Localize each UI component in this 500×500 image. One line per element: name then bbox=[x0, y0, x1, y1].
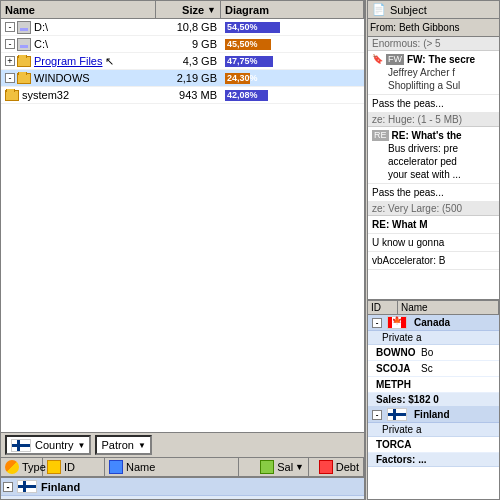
expand-button[interactable]: - bbox=[5, 73, 15, 83]
expand-button[interactable]: - bbox=[372, 318, 382, 328]
bar-chart: 45,50% bbox=[225, 39, 271, 50]
tree-row-diagram: 24,30% bbox=[221, 71, 364, 86]
file-tree-header: Name Size ▼ Diagram bbox=[1, 1, 364, 19]
rbp-name-header: Name bbox=[398, 301, 499, 314]
rbp-summary-row: Factors: ... bbox=[368, 453, 499, 467]
tree-row[interactable]: - C:\ 9 GB 45,50% bbox=[1, 36, 364, 53]
header-diagram[interactable]: Diagram bbox=[221, 1, 364, 18]
rbp-subgroup: Private a bbox=[368, 331, 499, 345]
rbp-data-row[interactable]: TORCA bbox=[368, 437, 499, 453]
bar-chart: 24,30% bbox=[225, 73, 250, 84]
rbp-data-row[interactable]: SCOJA Sc bbox=[368, 361, 499, 377]
debt-col-icon bbox=[319, 460, 333, 474]
col-header-id[interactable]: ID bbox=[43, 458, 105, 476]
email-pass-peas[interactable]: Pass the peas... bbox=[368, 95, 499, 113]
tree-row[interactable]: - WINDOWS 2,19 GB 24,30% bbox=[1, 70, 364, 87]
rbp-country-group-finland[interactable]: - Finland bbox=[368, 407, 499, 423]
email-item-re2[interactable]: RE: What M bbox=[368, 216, 499, 234]
expand-button[interactable]: - bbox=[5, 22, 15, 32]
col-header-type[interactable]: Type bbox=[1, 458, 43, 476]
toolbar: Country ▼ Patron ▼ bbox=[1, 432, 364, 458]
col-header-sal[interactable]: Sal ▼ bbox=[239, 458, 309, 476]
finland-flag bbox=[17, 480, 37, 493]
name-col-icon bbox=[109, 460, 123, 474]
sal-col-icon bbox=[260, 460, 274, 474]
email-detail-2: Shoplifting a Sul bbox=[372, 79, 495, 92]
left-panel: Name Size ▼ Diagram - D:\ 10,8 GB 54,50% bbox=[0, 0, 365, 500]
email-pass-peas-2[interactable]: Pass the peas... bbox=[368, 184, 499, 202]
col-header-name[interactable]: Name bbox=[105, 458, 239, 476]
id-col-icon bbox=[47, 460, 61, 474]
drive-icon bbox=[17, 38, 31, 51]
tree-row-diagram: 45,50% bbox=[221, 37, 364, 52]
data-area: - Finland - Patron: False CASED Cas Educ… bbox=[1, 478, 364, 500]
rbp-data-row[interactable]: METPH bbox=[368, 377, 499, 393]
right-panel-header: 📄 Subject bbox=[368, 1, 499, 19]
re2-subject: RE: What M bbox=[372, 218, 495, 231]
col-header-debt[interactable]: Debt bbox=[309, 458, 364, 476]
tree-row-name: - C:\ bbox=[1, 38, 156, 51]
expand-button[interactable]: + bbox=[5, 56, 15, 66]
canada-flag bbox=[387, 316, 407, 329]
tree-row-name: - WINDOWS bbox=[1, 72, 156, 84]
folder-icon bbox=[17, 73, 31, 84]
right-bottom-panel: ID Name - Canada Private a BOWNO Bo SCOJ… bbox=[368, 299, 499, 499]
tree-row-size: 10,8 GB bbox=[156, 21, 221, 33]
bar-chart: 42,08% bbox=[225, 90, 268, 101]
patron-group-row[interactable]: - Patron: False bbox=[1, 496, 364, 500]
folder-icon bbox=[5, 90, 19, 101]
data-grid-header: Type ID Name Sal ▼ Debt bbox=[1, 458, 364, 478]
tree-row-size: 4,3 GB bbox=[156, 55, 221, 67]
email-u-know[interactable]: U know u gonna bbox=[368, 234, 499, 252]
country-dropdown[interactable]: Country ▼ bbox=[5, 435, 91, 455]
email-section-enormous: Enormous: (> 5 bbox=[368, 37, 499, 51]
re-detail-1: Bus drivers: pre bbox=[372, 142, 495, 155]
right-panel: 📄 Subject From: Beth Gibbons Enormous: (… bbox=[367, 0, 500, 500]
tree-row-name: + Program Files ↖ bbox=[1, 55, 156, 68]
tree-row-size: 9 GB bbox=[156, 38, 221, 50]
expand-button[interactable]: - bbox=[372, 410, 382, 420]
tree-row[interactable]: system32 943 MB 42,08% bbox=[1, 87, 364, 104]
email-section-very-large: ze: Very Large: (500 bbox=[368, 202, 499, 216]
header-name[interactable]: Name bbox=[1, 1, 156, 18]
finland-flag bbox=[387, 408, 407, 421]
bar-chart: 47,75% bbox=[225, 56, 273, 67]
re-subject: RE: What's the bbox=[392, 129, 462, 142]
type-col-icon bbox=[5, 460, 19, 474]
rbp-summary-row: Sales: $182 0 bbox=[368, 393, 499, 407]
re-detail-3: your seat with ... bbox=[372, 168, 495, 181]
email-item[interactable]: 🔖 FW FW: The secre Jeffrey Archer f Shop… bbox=[368, 51, 499, 95]
email-vb[interactable]: vbAccelerator: B bbox=[368, 252, 499, 270]
email-flag-icon: 🔖 bbox=[372, 54, 383, 66]
email-subject: FW: The secre bbox=[407, 53, 475, 66]
expand-button[interactable]: - bbox=[5, 39, 15, 49]
expand-button[interactable]: - bbox=[3, 482, 13, 492]
bar-chart: 54,50% bbox=[225, 22, 280, 33]
email-toolbar: From: Beth Gibbons bbox=[368, 19, 499, 37]
tree-row-name: - D:\ bbox=[1, 21, 156, 34]
cursor-icon: ↖ bbox=[105, 55, 114, 68]
tree-row-diagram: 54,50% bbox=[221, 20, 364, 35]
patron-dropdown[interactable]: Patron ▼ bbox=[95, 435, 151, 455]
email-item-re[interactable]: RE RE: What's the Bus drivers: pre accel… bbox=[368, 127, 499, 184]
rbp-id-header: ID bbox=[368, 301, 398, 314]
re-detail-2: accelerator ped bbox=[372, 155, 495, 168]
tree-row-size: 943 MB bbox=[156, 89, 221, 101]
tree-row[interactable]: + Program Files ↖ 4,3 GB 47,75% bbox=[1, 53, 364, 70]
rbp-col-headers: ID Name bbox=[368, 301, 499, 315]
file-tree: - D:\ 10,8 GB 54,50% - C:\ 9 GB 45,50% bbox=[1, 19, 364, 432]
tree-row-diagram: 42,08% bbox=[221, 88, 364, 103]
rbp-data-row[interactable]: BOWNO Bo bbox=[368, 345, 499, 361]
rbp-country-group[interactable]: - Canada bbox=[368, 315, 499, 331]
tree-row-name: system32 bbox=[1, 89, 156, 101]
tree-row[interactable]: - D:\ 10,8 GB 54,50% bbox=[1, 19, 364, 36]
email-detail-1: Jeffrey Archer f bbox=[372, 66, 495, 79]
header-size[interactable]: Size ▼ bbox=[156, 1, 221, 18]
document-icon: 📄 bbox=[372, 3, 386, 16]
fw-badge: FW bbox=[386, 54, 404, 66]
country-group-row[interactable]: - Finland bbox=[1, 478, 364, 496]
tree-row-diagram: 47,75% bbox=[221, 54, 364, 69]
tree-row-size: 2,19 GB bbox=[156, 72, 221, 84]
email-section-huge: ze: Huge: (1 - 5 MB) bbox=[368, 113, 499, 127]
folder-icon bbox=[17, 56, 31, 67]
